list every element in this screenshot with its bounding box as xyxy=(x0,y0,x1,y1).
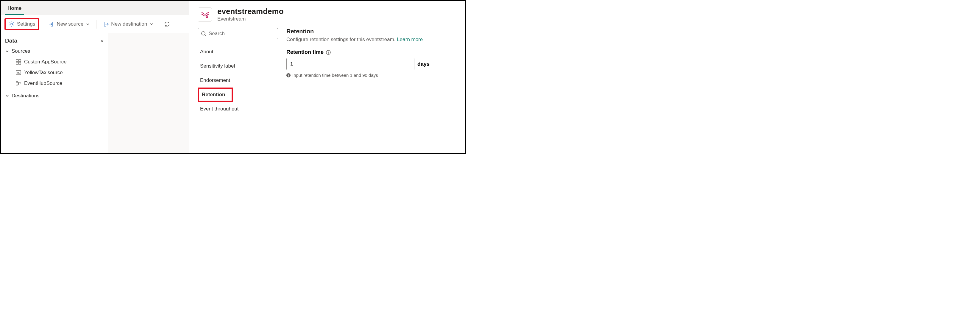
list-item[interactable]: CustomAppSource xyxy=(5,57,103,67)
new-source-button[interactable]: New source xyxy=(45,19,94,29)
refresh-button[interactable] xyxy=(162,19,172,29)
hub-icon xyxy=(16,81,21,86)
nav-retention[interactable]: Retention xyxy=(198,87,233,102)
svg-rect-1 xyxy=(16,60,18,62)
retention-time-label: Retention time xyxy=(286,49,457,56)
settings-panel: eventstreamdemo Eventstream About Sensit… xyxy=(189,1,465,153)
new-source-label: New source xyxy=(57,21,83,27)
svg-rect-3 xyxy=(16,62,18,64)
divider xyxy=(160,20,160,29)
collapse-panel-icon[interactable]: « xyxy=(100,38,103,44)
gear-icon xyxy=(9,21,14,27)
search-icon xyxy=(201,31,206,37)
app-icon xyxy=(16,59,21,65)
divider xyxy=(96,20,97,29)
refresh-icon xyxy=(164,21,170,27)
tab-home[interactable]: Home xyxy=(5,2,24,15)
sources-section[interactable]: Sources xyxy=(5,48,103,54)
chevron-down-icon xyxy=(5,94,9,98)
nav-sensitivity[interactable]: Sensitivity label xyxy=(198,59,278,73)
svg-point-0 xyxy=(11,23,13,25)
svg-rect-2 xyxy=(19,60,21,62)
data-icon xyxy=(16,70,21,75)
panel-title: eventstreamdemo xyxy=(217,7,284,16)
settings-label: Settings xyxy=(17,21,35,27)
canvas[interactable] xyxy=(108,33,189,153)
svg-point-10 xyxy=(202,32,205,35)
list-item[interactable]: EventHubSource xyxy=(5,78,103,89)
new-destination-button[interactable]: New destination xyxy=(99,19,158,29)
svg-rect-8 xyxy=(19,83,21,84)
tab-bar: Home xyxy=(1,1,189,15)
data-panel: Data « Sources CustomAppSource YellowTax… xyxy=(1,33,108,153)
svg-rect-4 xyxy=(19,62,21,64)
chevron-down-icon xyxy=(86,22,90,26)
retention-unit: days xyxy=(417,61,430,67)
learn-more-link[interactable]: Learn more xyxy=(397,37,423,42)
new-destination-label: New destination xyxy=(111,21,147,27)
info-icon xyxy=(286,73,291,78)
destinations-label: Destinations xyxy=(12,93,40,99)
eventstream-icon xyxy=(198,8,212,22)
retention-hint: Input retention time between 1 and 90 da… xyxy=(286,73,457,78)
settings-nav: About Sensitivity label Endorsement Rete… xyxy=(198,28,278,116)
item-label: YellowTaxisource xyxy=(24,70,63,76)
settings-button[interactable]: Settings xyxy=(5,18,39,30)
source-in-icon xyxy=(48,21,54,27)
svg-rect-6 xyxy=(16,81,18,83)
nav-throughput[interactable]: Event throughput xyxy=(198,102,278,116)
retention-desc: Configure retention settings for this ev… xyxy=(286,37,457,43)
data-title: Data xyxy=(5,38,17,44)
nav-about[interactable]: About xyxy=(198,45,278,59)
nav-endorsement[interactable]: Endorsement xyxy=(198,73,278,87)
toolbar: Settings New source New destination xyxy=(1,15,189,33)
retention-time-input[interactable] xyxy=(286,58,414,70)
panel-subtitle: Eventstream xyxy=(217,16,284,22)
svg-rect-7 xyxy=(16,84,18,85)
retention-heading: Retention xyxy=(286,28,457,35)
item-label: EventHubSource xyxy=(24,80,62,86)
chevron-down-icon xyxy=(150,22,154,26)
sources-label: Sources xyxy=(12,48,30,54)
destinations-section[interactable]: Destinations xyxy=(5,93,103,99)
chevron-down-icon xyxy=(5,49,9,53)
info-icon[interactable] xyxy=(326,50,331,55)
retention-content: Retention Configure retention settings f… xyxy=(286,28,457,116)
destination-out-icon xyxy=(103,21,109,27)
list-item[interactable]: YellowTaxisource xyxy=(5,67,103,78)
search-field[interactable] xyxy=(209,31,275,37)
item-label: CustomAppSource xyxy=(24,59,67,65)
search-input[interactable] xyxy=(198,28,278,39)
